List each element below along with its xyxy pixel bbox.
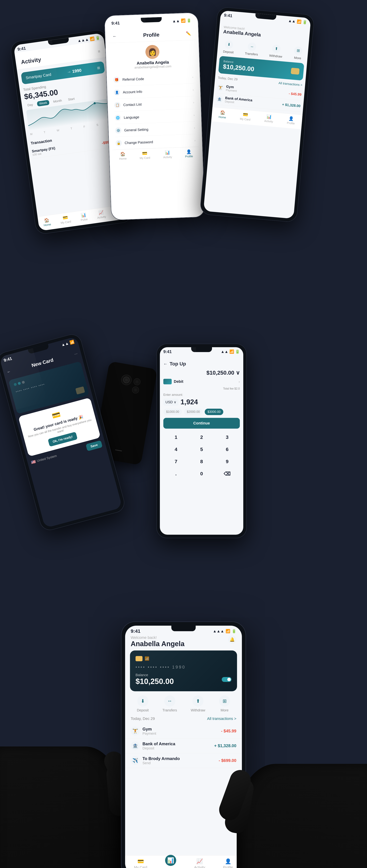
key-backspace[interactable]: ⌫ <box>215 468 240 480</box>
preset-3000[interactable]: $3000.00 <box>205 409 223 415</box>
nav-label: Activity <box>194 865 205 868</box>
nav-activity[interactable]: 📈 Activity <box>194 858 205 868</box>
day-label: F <box>83 125 85 128</box>
back-icon[interactable]: ← <box>112 34 117 39</box>
key-6[interactable]: 6 <box>215 443 240 455</box>
t-info: To Brody Armando Send <box>142 756 216 765</box>
nav-pulse[interactable]: 📊 Pulse <box>80 212 88 222</box>
tab-month[interactable]: Month <box>51 98 64 104</box>
more-label: More <box>294 56 301 60</box>
key-5[interactable]: 5 <box>189 443 214 455</box>
notch <box>191 347 212 352</box>
preset-1000[interactable]: $1000.00 <box>163 409 182 415</box>
tab-start[interactable]: Start <box>66 96 77 102</box>
nav-activity[interactable]: 📊 Activity <box>264 114 274 123</box>
home-indicator <box>115 450 122 452</box>
nav-home[interactable]: 🏠 Home <box>43 217 51 227</box>
withdraw-label: Withdraw <box>269 54 282 59</box>
arrow-icon: › <box>194 126 195 129</box>
key-2[interactable]: 2 <box>189 431 214 443</box>
nav-home[interactable]: 🏠 Home <box>219 110 227 119</box>
profile-header: ← Profile ✏️ <box>108 24 196 43</box>
all-transactions-link[interactable]: All transactions > <box>207 716 236 721</box>
key-3[interactable]: 3 <box>215 431 240 443</box>
contacts-icon: 📋 <box>114 102 121 108</box>
preset-2000[interactable]: $2000.00 <box>184 409 203 415</box>
continue-button[interactable]: Continue <box>163 418 240 429</box>
referral-icon: 🎁 <box>113 76 120 83</box>
nav-pulse-center[interactable]: 📊 <box>165 855 176 866</box>
time-display: 9:41 <box>131 628 140 634</box>
nav-activity[interactable]: 📈 Activity <box>96 210 106 219</box>
all-transactions-link[interactable]: All transactions > <box>278 81 303 87</box>
time-display: 9:41 <box>163 349 172 354</box>
tab-day[interactable]: Day <box>25 102 35 108</box>
save-button[interactable]: Save <box>86 440 103 451</box>
home-icon: 🏠 <box>220 110 226 115</box>
deposit-action[interactable]: ⬇ Deposit <box>137 695 149 712</box>
profile-icon: 👤 <box>288 116 294 121</box>
nav-profile[interactable]: 👤 Profile <box>185 149 193 158</box>
card-toggle[interactable] <box>222 677 231 682</box>
phone-large: 9:41 ▲▲▲ 📶 🔋 Welcome back! Anabella Ange… <box>121 621 246 868</box>
edit-icon[interactable]: ✏️ <box>186 31 191 36</box>
newcard-screen: 9:41 ▲▲ 📶 ← New Card ··· •• <box>0 336 122 528</box>
key-0[interactable]: 0 <box>189 468 214 480</box>
battery-icon: ▲▲ 📶 🔋 <box>288 19 307 25</box>
more-action[interactable]: ⊞ More <box>219 695 230 712</box>
back-button[interactable]: ← <box>163 362 168 366</box>
key-7[interactable]: 7 <box>163 456 189 467</box>
activity-icon: 📊 <box>266 114 272 119</box>
more-btn[interactable]: ⊞ More <box>293 46 303 60</box>
newcard-title: New Card <box>31 357 54 368</box>
large-transaction-header: Today, Dec 29 All transactions > <box>125 716 242 724</box>
transfers-action[interactable]: ↔ Transfers <box>163 695 177 712</box>
back-icon[interactable]: ← <box>6 369 11 374</box>
t-name: Bank of America <box>142 741 211 746</box>
more-label: More <box>221 708 229 712</box>
nav-mycard[interactable]: 💳 My Card <box>240 112 251 121</box>
key-dot[interactable]: . <box>163 468 189 480</box>
section-bottom: 9:41 ▲▲▲ 📶 🔋 Welcome back! Anabella Ange… <box>0 590 367 868</box>
amount-input-area: Enter amount: USD ∨ 1,924 <box>160 390 243 409</box>
nav-profile[interactable]: 👤 Profile <box>223 858 233 868</box>
tab-week[interactable]: Week <box>37 100 50 106</box>
key-4[interactable]: 4 <box>163 443 189 455</box>
nav-mycard[interactable]: 💳 My Card <box>134 858 147 868</box>
nav-mycard[interactable]: 💳 My Card <box>60 215 72 225</box>
notification-bell[interactable]: 🔔 <box>228 636 236 644</box>
t-amount: + $1,328.00 <box>282 102 301 108</box>
menu-label: General Setting <box>124 126 191 132</box>
menu-icon[interactable]: ≡ <box>97 49 101 54</box>
date-label: Today, Dec 29 <box>131 716 155 721</box>
status-icons: ▲▲▲ 📶 🔋 <box>213 629 236 633</box>
transfers-label: Transfers <box>245 52 258 56</box>
bank-icon: 🏦 <box>216 95 223 103</box>
key-9[interactable]: 9 <box>215 456 240 467</box>
nav-profile[interactable]: 👤 Profile <box>287 116 295 125</box>
transfers-btn[interactable]: ↔ Transfers <box>245 42 259 56</box>
card-toggle[interactable]: ⊞ <box>97 65 101 70</box>
ellipsis-icon[interactable]: ··· <box>74 351 78 356</box>
withdraw-btn[interactable]: ⬆ Withdraw <box>269 44 283 59</box>
withdraw-action[interactable]: ⬆ Withdraw <box>191 695 205 712</box>
chevron-icon[interactable]: › <box>238 380 240 384</box>
deposit-btn[interactable]: ⬇ Deposit <box>223 40 235 54</box>
account-icon: 👤 <box>114 89 120 96</box>
card-number-display: •••• •••• •••• 1990 <box>136 665 186 670</box>
nav-activity[interactable]: 📊 Activity <box>163 150 172 159</box>
settings-icon: ⚙️ <box>115 127 121 134</box>
notch <box>141 17 162 23</box>
nav-home[interactable]: 🏠 Home <box>119 152 127 160</box>
key-8[interactable]: 8 <box>189 456 214 467</box>
card-dot <box>18 381 21 385</box>
nav-mycard[interactable]: 💳 My Card <box>139 151 150 160</box>
key-1[interactable]: 1 <box>163 431 189 443</box>
nav-label: Home <box>44 223 51 227</box>
time-display: 9:41 <box>224 13 232 18</box>
currency-selector[interactable]: USD ∨ <box>163 399 178 406</box>
bank-icon: 🏦 <box>131 741 140 750</box>
status-icons: ▲▲ 📶 🔋 <box>172 18 192 24</box>
day-label: M <box>30 132 33 136</box>
large-header: Welcome back! Anabella Angela 🔔 <box>125 636 242 650</box>
